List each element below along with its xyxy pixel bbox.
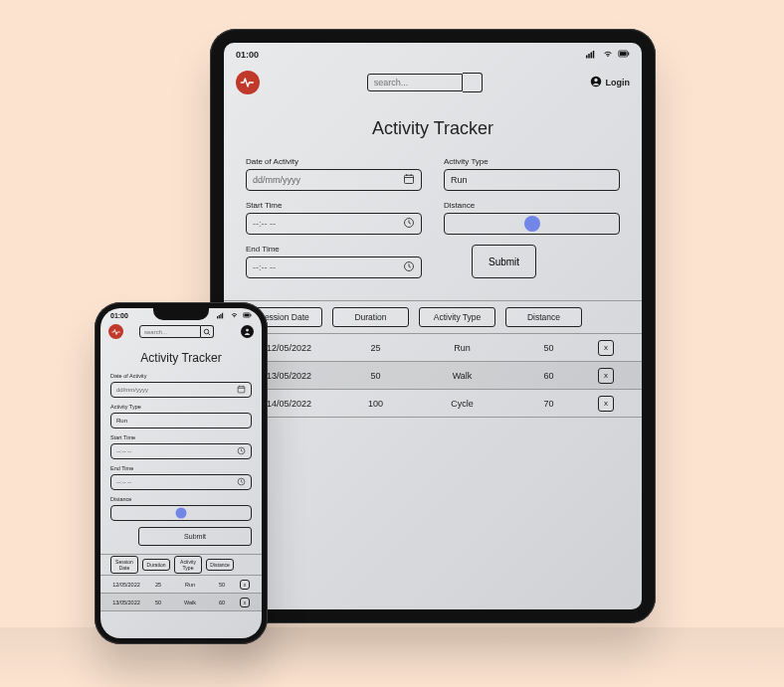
wifi-icon [602,49,614,61]
date-field: Date of Activity dd/mm/yyyy [110,373,252,398]
svg-rect-23 [220,314,221,319]
svg-point-30 [246,329,249,332]
svg-rect-27 [244,314,249,317]
svg-rect-3 [593,51,595,59]
delete-button[interactable]: x [598,368,614,384]
svg-rect-6 [620,52,627,56]
tablet-screen: 01:00 Login Activity Tracker [224,43,642,609]
app-logo [236,71,260,94]
type-label: Activity Type [444,157,620,166]
submit-button[interactable]: Submit [472,245,536,278]
svg-rect-21 [217,316,218,318]
clock-icon [237,446,246,456]
submit-button[interactable]: Submit [138,527,252,546]
delete-button[interactable]: x [240,598,250,607]
end-time-field: End Time --:-- -- [110,465,252,490]
svg-rect-1 [588,54,590,59]
battery-icon [618,49,630,61]
phone-device-frame: 01:00 Activity Tracker [95,302,268,644]
date-label: Date of Activity [246,157,422,166]
app-logo [108,324,123,339]
calendar-icon [403,173,415,187]
col-header-type[interactable]: Activity Type [174,556,202,574]
type-field: Activity Type Run [110,404,252,429]
slider-thumb[interactable] [176,508,187,519]
page-title: Activity Tracker [224,118,642,139]
col-header-date[interactable]: Session Date [110,556,138,574]
svg-line-37 [242,451,243,452]
col-header-distance[interactable]: Distance [206,559,234,571]
date-field: Date of Activity dd/mm/yyyy [246,157,422,191]
search-input[interactable] [367,74,463,91]
phone-screen: 01:00 Activity Tracker [100,308,262,638]
svg-point-10 [594,79,597,82]
user-icon [590,76,602,89]
page-title: Activity Tracker [100,351,262,365]
type-select[interactable]: Run [110,413,252,429]
start-label: Start Time [246,201,422,210]
distance-label: Distance [444,201,620,210]
signal-icon [217,311,226,320]
svg-rect-24 [222,313,223,319]
battery-icon [243,311,252,320]
start-time-input[interactable]: --:-- -- [246,213,422,235]
delete-button[interactable]: x [240,580,250,590]
svg-rect-31 [238,387,245,393]
search-button[interactable] [201,325,214,338]
clock-icon [237,477,246,487]
start-time-input[interactable]: --:-- -- [110,443,252,459]
date-input[interactable]: dd/mm/yyyy [110,382,252,398]
col-header-type[interactable]: Activity Type [419,307,495,327]
table-row: 13/05/2022 50 Walk 60 x [224,362,642,390]
svg-rect-22 [219,315,220,318]
col-header-distance[interactable]: Distance [505,307,582,327]
phone-notch [153,308,209,320]
svg-point-28 [204,329,209,334]
svg-rect-5 [628,53,629,56]
svg-rect-11 [405,175,414,183]
end-time-field: End Time --:-- -- [246,245,422,278]
tablet-device-frame: 01:00 Login Activity Tracker [210,29,656,623]
distance-field: Distance [110,496,252,521]
sessions-table: Session Date Duration Activity Type Dist… [224,300,642,418]
login-button[interactable]: Login [590,76,631,89]
col-header-duration[interactable]: Duration [142,559,170,571]
status-time: 01:00 [236,50,259,60]
svg-line-20 [409,266,411,267]
table-row: 12/05/2022 25 Run 50 x [224,334,642,362]
distance-slider[interactable] [110,505,252,521]
type-field: Activity Type Run [444,157,620,191]
delete-button[interactable]: x [598,340,614,356]
signal-icon [586,49,598,61]
col-header-duration[interactable]: Duration [332,307,409,327]
end-time-input[interactable]: --:-- -- [246,257,422,278]
start-time-field: Start Time --:-- -- [246,201,422,235]
user-avatar-button[interactable] [241,325,254,338]
wifi-icon [230,311,239,320]
status-bar: 01:00 [224,43,642,63]
slider-thumb[interactable] [524,216,540,232]
clock-icon [403,217,415,231]
calendar-icon [237,385,246,395]
search-button[interactable] [463,73,483,92]
login-label: Login [606,78,631,87]
svg-line-29 [208,333,210,335]
type-select[interactable]: Run [444,169,620,191]
search-input[interactable] [139,325,201,338]
svg-rect-0 [586,56,588,59]
distance-field: Distance [444,201,620,235]
delete-button[interactable]: x [598,396,614,412]
table-row: 14/05/2022 100 Cycle 70 x [224,390,642,418]
date-input[interactable]: dd/mm/yyyy [246,169,422,191]
distance-slider[interactable] [444,213,620,235]
svg-rect-26 [251,314,252,316]
start-time-field: Start Time --:-- -- [110,434,252,459]
table-row: 13/05/2022 50 Walk 60 x [100,594,262,611]
svg-line-17 [409,223,411,224]
end-label: End Time [246,245,422,254]
search-icon [203,324,211,339]
svg-rect-2 [591,53,593,59]
end-time-input[interactable]: --:-- -- [110,474,252,490]
svg-line-40 [242,482,243,483]
clock-icon [403,260,415,274]
